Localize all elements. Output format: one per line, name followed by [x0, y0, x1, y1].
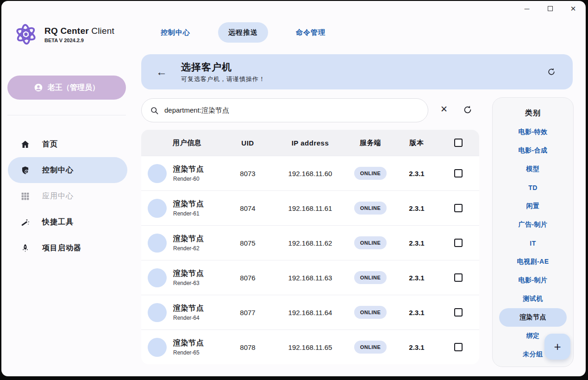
avatar [148, 303, 167, 322]
column-header: IP address [275, 139, 345, 147]
client-name: 渲染节点 [173, 234, 204, 244]
category-panel: 类别 电影-特效 电影-合成 模型 TD 闲置 广告-制片 IT 电视剧-AE [492, 97, 574, 367]
home-icon [20, 139, 30, 149]
row-checkbox[interactable] [454, 239, 463, 247]
table-row[interactable]: 渲染节点 Render-62 8075 192.168.11.62 ONLINE… [141, 225, 479, 260]
column-header: 服务端 [345, 139, 396, 147]
category-item[interactable]: 广告-制片 [499, 215, 567, 234]
row-checkbox[interactable] [454, 343, 463, 351]
row-checkbox[interactable] [454, 308, 463, 317]
refresh-icon [547, 67, 556, 76]
tab-command-management[interactable]: 命令管理 [286, 22, 336, 43]
tab-control-center[interactable]: 控制中心 [150, 22, 200, 43]
table-row[interactable]: 渲染节点 Render-60 8073 192.168.11.60 ONLINE… [141, 156, 479, 190]
ip-cell: 192.168.11.63 [275, 274, 345, 282]
row-checkbox[interactable] [454, 204, 463, 212]
sidebar: RQ Center Client BETA V 2024.2.9 老王（管理员） [1, 1, 134, 376]
column-header: 用户信息 [141, 139, 220, 147]
category-item[interactable]: 电影-合成 [499, 141, 567, 160]
select-all-checkbox[interactable] [454, 139, 463, 147]
category-item[interactable]: 渲染节点 [499, 308, 567, 327]
category-item[interactable]: 模型 [499, 160, 567, 178]
client-hostname: Render-65 [173, 349, 204, 356]
category-list: 电影-特效 电影-合成 模型 TD 闲置 广告-制片 IT 电视剧-AE 电影-… [493, 123, 573, 364]
search-bar[interactable] [141, 98, 428, 122]
user-badge-label: 老王（管理员） [48, 83, 100, 93]
table-row[interactable]: 渲染节点 Render-64 8077 192.168.11.64 ONLINE… [141, 295, 479, 329]
atom-logo-icon [14, 22, 38, 46]
table-row[interactable]: 渲染节点 Render-65 8078 192.168.11.65 ONLINE… [141, 329, 479, 364]
category-item[interactable]: 闲置 [499, 197, 567, 215]
app-version: BETA V 2024.2.9 [44, 38, 114, 43]
add-category-button[interactable]: + [544, 334, 570, 360]
user-info-cell: 渲染节点 Render-65 [141, 338, 220, 357]
uid-cell: 8077 [220, 309, 275, 317]
category-item[interactable]: IT [499, 234, 567, 253]
table-row[interactable]: 渲染节点 Render-61 8074 192.168.11.61 ONLINE… [141, 190, 479, 225]
sidebar-item-control-center[interactable]: 控制中心 [8, 157, 127, 183]
avatar [148, 199, 167, 218]
search-refresh-button[interactable] [463, 105, 473, 117]
column-header: 版本 [396, 139, 438, 147]
ip-cell: 192.168.11.65 [275, 343, 345, 351]
uid-cell: 8076 [220, 274, 275, 282]
sidebar-item-home[interactable]: 首页 [8, 131, 127, 157]
client-name: 渲染节点 [173, 304, 204, 313]
sidebar-item-label: 应用中心 [42, 191, 74, 201]
user-info-cell: 渲染节点 Render-60 [141, 164, 220, 183]
version-cell: 2.3.1 [396, 343, 438, 351]
version-cell: 2.3.1 [396, 204, 438, 212]
status-badge: ONLINE [354, 271, 387, 284]
ip-cell: 192.168.11.62 [275, 239, 345, 247]
client-hostname: Render-64 [173, 315, 204, 321]
maximize-button[interactable] [546, 4, 554, 13]
sidebar-item-label: 快捷工具 [42, 217, 74, 227]
row-checkbox[interactable] [454, 273, 463, 282]
uid-cell: 8078 [220, 343, 275, 351]
user-info-cell: 渲染节点 Render-61 [141, 199, 220, 218]
uid-cell: 8075 [220, 239, 275, 247]
window-frame: ─ ✕ RQ Center Client BETA V 2024.2.9 [1, 1, 586, 376]
ip-cell: 192.168.11.61 [275, 204, 345, 212]
header-panel: ← 选择客户机 可复选客户机，请谨慎操作！ [141, 54, 573, 89]
category-item[interactable]: 电影-制片 [499, 271, 567, 290]
header-refresh-button[interactable] [547, 67, 556, 76]
user-info-cell: 渲染节点 Render-62 [141, 234, 220, 253]
search-clear-button[interactable]: ✕ [440, 104, 448, 114]
user-icon [34, 83, 43, 92]
user-badge[interactable]: 老王（管理员） [7, 76, 126, 100]
category-item[interactable]: 电影-特效 [499, 123, 567, 141]
client-name: 渲染节点 [173, 338, 204, 348]
avatar [148, 338, 167, 357]
back-button[interactable]: ← [156, 65, 167, 78]
category-item[interactable]: 电视剧-AE [499, 253, 567, 271]
magic-wand-icon [20, 217, 30, 227]
status-badge: ONLINE [354, 236, 387, 249]
search-input[interactable] [164, 107, 419, 114]
ip-cell: 192.168.11.60 [275, 170, 345, 177]
category-item[interactable]: TD [499, 178, 567, 197]
table-row[interactable]: 渲染节点 Render-63 8076 192.168.11.63 ONLINE… [141, 260, 479, 295]
sidebar-item-app-center[interactable]: 应用中心 [8, 183, 127, 209]
minimize-button[interactable]: ─ [523, 4, 531, 13]
sidebar-divider [7, 115, 126, 115]
app-window: ─ ✕ RQ Center Client BETA V 2024.2.9 [0, 0, 588, 380]
user-info-cell: 渲染节点 Render-64 [141, 303, 220, 322]
version-cell: 2.3.1 [396, 170, 438, 177]
grid-icon [20, 191, 30, 201]
version-cell: 2.3.1 [396, 274, 438, 282]
sidebar-item-quick-tools[interactable]: 快捷工具 [8, 209, 127, 235]
category-item[interactable]: 测试机 [499, 290, 567, 308]
category-panel-title: 类别 [525, 106, 541, 120]
close-button[interactable]: ✕ [569, 4, 577, 13]
client-hostname: Render-63 [173, 280, 204, 286]
row-checkbox[interactable] [454, 169, 463, 177]
sidebar-nav: 首页 控制中心 [1, 131, 134, 261]
client-name: 渲染节点 [173, 199, 204, 209]
sidebar-item-label: 项目启动器 [42, 243, 81, 253]
sidebar-item-project-launcher[interactable]: 项目启动器 [8, 235, 127, 261]
maximize-icon [548, 6, 553, 11]
table-header-row: 用户信息 UID IP address 服务端 版本 [141, 130, 479, 156]
shield-icon [20, 165, 30, 175]
tab-remote-push[interactable]: 远程推送 [218, 22, 268, 43]
